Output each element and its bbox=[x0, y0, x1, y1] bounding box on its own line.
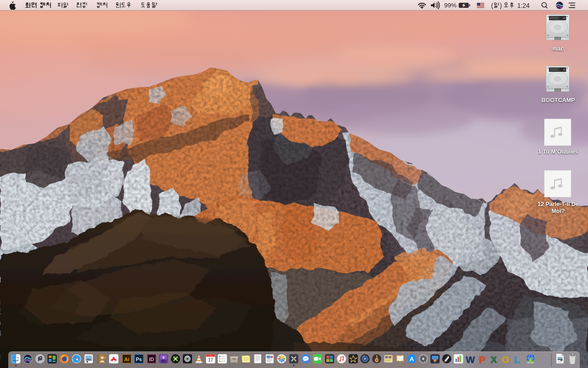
svg-text:1:24: 1:24 bbox=[517, 2, 530, 9]
svg-text:ID: ID bbox=[149, 356, 154, 362]
svg-text:W: W bbox=[466, 354, 475, 365]
svg-text:(: ( bbox=[491, 2, 493, 9]
svg-text:O: O bbox=[502, 354, 509, 365]
svg-text:L: L bbox=[514, 354, 520, 365]
svg-text:99%: 99% bbox=[444, 2, 457, 9]
svg-text:Ps: Ps bbox=[136, 356, 142, 362]
svg-text:7: 7 bbox=[210, 355, 211, 356]
svg-text:): ) bbox=[500, 2, 502, 9]
svg-text:A: A bbox=[410, 356, 414, 362]
svg-text:Ai: Ai bbox=[124, 356, 130, 362]
svg-text:17: 17 bbox=[208, 357, 214, 362]
svg-text:mp4: mp4 bbox=[559, 361, 561, 363]
svg-text:X: X bbox=[491, 354, 497, 365]
svg-text:P: P bbox=[479, 354, 485, 365]
